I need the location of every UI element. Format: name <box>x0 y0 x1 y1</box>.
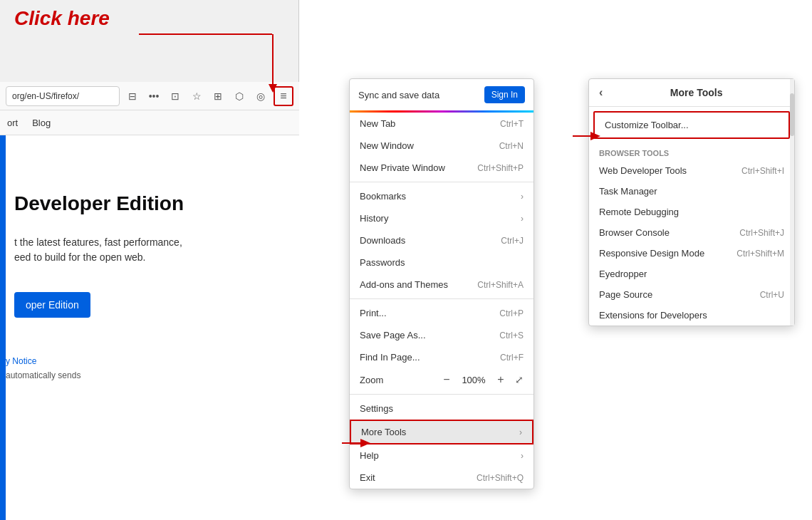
auto-sends-text: automatically sends <box>6 370 91 380</box>
panel-item-web-dev-tools[interactable]: Web Developer Tools Ctrl+Shift+I <box>589 160 794 181</box>
panel-item-label: Page Source <box>599 289 652 300</box>
panel-item-page-source[interactable]: Page Source Ctrl+U <box>589 284 794 305</box>
menu-item-new-window[interactable]: New Window Ctrl+N <box>350 135 533 157</box>
menu-item-label: Passwords <box>360 257 405 268</box>
menu-item-more-tools[interactable]: More Tools › <box>350 420 533 444</box>
lib-icon[interactable]: ⊞ <box>209 88 227 105</box>
more-tools-header: ‹ More Tools <box>589 79 794 107</box>
menu-item-label: History <box>360 213 388 224</box>
menu-item-find-in-page[interactable]: Find In Page... Ctrl+F <box>350 346 533 368</box>
more-tools-panel: ‹ More Tools Customize Toolbar... Browse… <box>588 78 795 326</box>
privacy-notice-link[interactable]: y Notice <box>6 356 36 366</box>
sync-icon[interactable]: ⬡ <box>231 88 248 105</box>
panel-item-label: Browser Console <box>599 227 670 238</box>
customize-toolbar-label: Customize Toolbar... <box>605 120 779 130</box>
cta-button[interactable]: oper Edition <box>14 292 90 318</box>
panel-item-label: Eyedropper <box>599 269 647 279</box>
more-tools-title: More Tools <box>608 87 784 98</box>
menu-item-history[interactable]: History › <box>350 207 533 229</box>
panel-item-label: Web Developer Tools <box>599 165 687 176</box>
panel-item-eyedropper[interactable]: Eyedropper <box>589 264 794 284</box>
pocket-icon[interactable]: ⊡ <box>167 88 184 105</box>
menu-item-shortcut: Ctrl+J <box>501 236 524 246</box>
arrow-icon: › <box>521 214 524 224</box>
nav-item-blog[interactable]: Blog <box>32 118 51 128</box>
panel-item-shortcut: Ctrl+Shift+M <box>736 249 784 259</box>
menu-item-shortcut: Ctrl+S <box>499 331 524 340</box>
menu-item-shortcut: Ctrl+F <box>500 353 524 363</box>
panel-item-label: Task Manager <box>599 186 657 197</box>
menu-item-label: Settings <box>360 403 393 414</box>
back-button[interactable]: ‹ <box>599 86 603 99</box>
menu-header: Sync and save data Sign In <box>350 79 533 113</box>
panel-scrollbar-thumb[interactable] <box>790 93 794 136</box>
zoom-plus-button[interactable]: + <box>494 373 508 387</box>
menu-separator <box>350 298 533 299</box>
panel-item-shortcut: Ctrl+Shift+J <box>739 228 784 238</box>
customize-toolbar-item[interactable]: Customize Toolbar... <box>593 111 790 139</box>
page-content: Developer Edition t the latest features,… <box>0 135 299 520</box>
menu-item-private-window[interactable]: New Private Window Ctrl+Shift+P <box>350 157 533 179</box>
menu-item-label: Help <box>360 450 379 461</box>
browser-tools-section-label: Browser Tools <box>589 143 794 160</box>
toolbar-icons: ⊟ ••• ⊡ ☆ ⊞ ⬡ ◎ ≡ <box>124 86 293 106</box>
menu-item-save-page[interactable]: Save Page As... Ctrl+S <box>350 324 533 346</box>
reader-view-icon[interactable]: ⊟ <box>124 88 141 105</box>
subtitle-line2: eed to build for the open web. <box>14 251 145 263</box>
click-here-annotation: Click here <box>14 7 110 30</box>
menu-item-passwords[interactable]: Passwords <box>350 251 533 274</box>
page-title: Developer Edition <box>14 192 184 215</box>
browser-toolbar: org/en-US/firefox/ ⊟ ••• ⊡ ☆ ⊞ ⬡ ◎ ≡ <box>0 82 299 110</box>
firefox-menu: Sync and save data Sign In New Tab Ctrl+… <box>349 78 534 489</box>
panel-item-shortcut: Ctrl+U <box>760 290 784 300</box>
nav-bar: ort Blog <box>0 110 299 135</box>
menu-item-label: Find In Page... <box>360 352 420 363</box>
nav-item-report[interactable]: ort <box>7 118 18 128</box>
zoom-minus-button[interactable]: − <box>439 373 454 387</box>
more-icon[interactable]: ••• <box>145 88 162 105</box>
zoom-value: 100% <box>461 375 486 385</box>
menu-item-shortcut: Ctrl+T <box>500 119 524 129</box>
menu-item-shortcut: Ctrl+Shift+P <box>477 163 524 173</box>
url-bar[interactable]: org/en-US/firefox/ <box>6 86 120 106</box>
menu-item-shortcut: Ctrl+P <box>499 308 524 318</box>
menu-item-settings[interactable]: Settings <box>350 397 533 420</box>
panel-item-extensions-devs[interactable]: Extensions for Developers <box>589 305 794 326</box>
panel-item-label: Extensions for Developers <box>599 310 707 321</box>
arrow-icon: › <box>521 451 524 461</box>
hamburger-button[interactable]: ≡ <box>274 86 293 106</box>
menu-item-shortcut: Ctrl+Shift+Q <box>477 473 524 483</box>
menu-item-new-tab[interactable]: New Tab Ctrl+T <box>350 113 533 135</box>
menu-item-exit[interactable]: Exit Ctrl+Shift+Q <box>350 467 533 489</box>
zoom-row: Zoom − 100% + ⤢ <box>350 368 533 391</box>
panel-item-responsive-design[interactable]: Responsive Design Mode Ctrl+Shift+M <box>589 243 794 264</box>
menu-item-label: Print... <box>360 308 387 318</box>
panel-item-task-manager[interactable]: Task Manager <box>589 181 794 202</box>
menu-item-label: Bookmarks <box>360 191 406 202</box>
menu-item-label: Save Page As... <box>360 330 426 340</box>
menu-item-help[interactable]: Help › <box>350 444 533 467</box>
blue-accent <box>0 135 6 520</box>
sign-in-button[interactable]: Sign In <box>484 86 525 103</box>
menu-item-bookmarks[interactable]: Bookmarks › <box>350 185 533 207</box>
sync-label: Sync and save data <box>358 90 479 100</box>
panel-item-browser-console[interactable]: Browser Console Ctrl+Shift+J <box>589 222 794 243</box>
zoom-label: Zoom <box>360 375 432 385</box>
bookmark-icon[interactable]: ☆ <box>188 88 205 105</box>
menu-item-addons[interactable]: Add-ons and Themes Ctrl+Shift+A <box>350 274 533 296</box>
menu-item-label: New Window <box>360 140 414 151</box>
url-text: org/en-US/firefox/ <box>12 91 79 101</box>
zoom-expand-button[interactable]: ⤢ <box>515 374 524 385</box>
menu-item-downloads[interactable]: Downloads Ctrl+J <box>350 229 533 251</box>
profile-icon[interactable]: ◎ <box>252 88 269 105</box>
menu-item-label: New Tab <box>360 118 395 129</box>
menu-item-shortcut: Ctrl+Shift+A <box>477 280 524 290</box>
page-subtitle: t the latest features, fast performance,… <box>14 235 256 265</box>
menu-item-label: New Private Window <box>360 162 445 173</box>
panel-scrollbar <box>790 79 794 326</box>
menu-item-label: Add-ons and Themes <box>360 279 448 290</box>
panel-item-remote-debugging[interactable]: Remote Debugging <box>589 202 794 222</box>
panel-item-shortcut: Ctrl+Shift+I <box>741 166 784 176</box>
panel-item-label: Responsive Design Mode <box>599 248 704 259</box>
menu-item-print[interactable]: Print... Ctrl+P <box>350 302 533 324</box>
